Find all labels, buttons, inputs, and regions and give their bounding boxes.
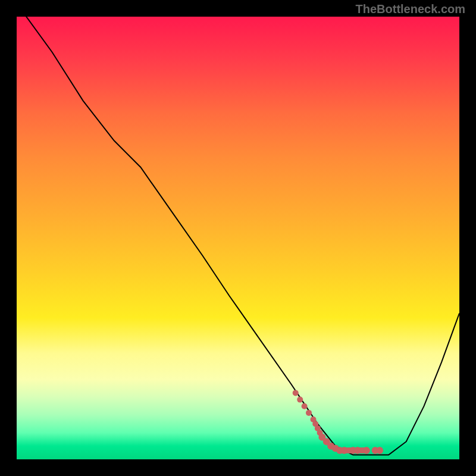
optimal-region-marks: [17, 17, 459, 459]
chart-plot-area: [17, 17, 459, 459]
svg-point-3: [306, 410, 312, 416]
svg-point-0: [293, 390, 299, 396]
attribution-text: TheBottleneck.com: [356, 2, 465, 16]
svg-point-1: [297, 397, 303, 403]
svg-point-2: [302, 403, 308, 409]
svg-point-18: [376, 447, 383, 454]
